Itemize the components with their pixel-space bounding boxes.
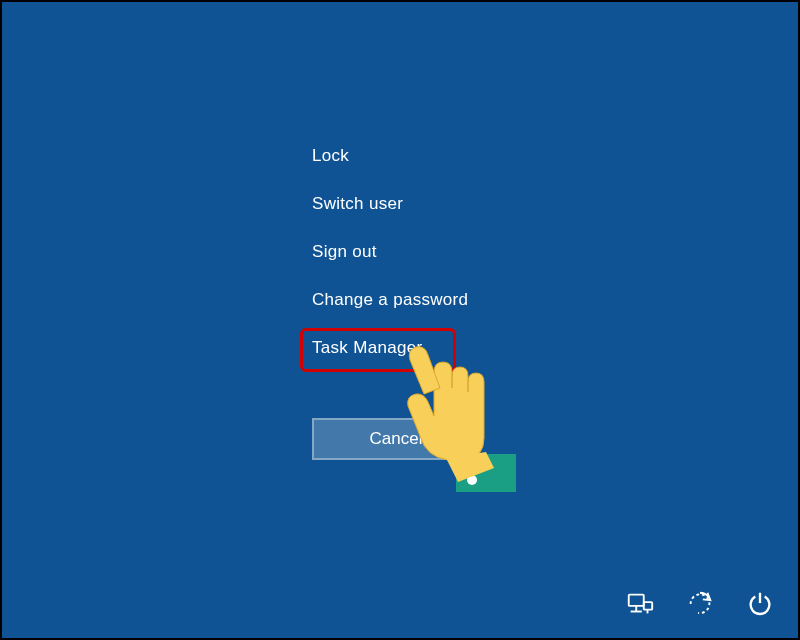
menu-item-sign-out[interactable]: Sign out — [312, 228, 468, 276]
network-icon[interactable] — [622, 586, 658, 622]
svg-point-1 — [467, 475, 477, 485]
cancel-button[interactable]: Cancel — [312, 418, 480, 460]
menu-item-change-password[interactable]: Change a password — [312, 276, 468, 324]
power-icon[interactable] — [742, 586, 778, 622]
svg-rect-5 — [644, 602, 652, 610]
bottom-icon-bar — [622, 586, 778, 622]
menu-item-switch-user[interactable]: Switch user — [312, 180, 468, 228]
menu-item-task-manager[interactable]: Task Manager — [312, 324, 468, 372]
security-options-menu: Lock Switch user Sign out Change a passw… — [312, 132, 468, 372]
svg-rect-2 — [629, 595, 644, 606]
cancel-button-label: Cancel — [370, 429, 423, 449]
menu-item-lock[interactable]: Lock — [312, 132, 468, 180]
ease-of-access-icon[interactable] — [682, 586, 718, 622]
